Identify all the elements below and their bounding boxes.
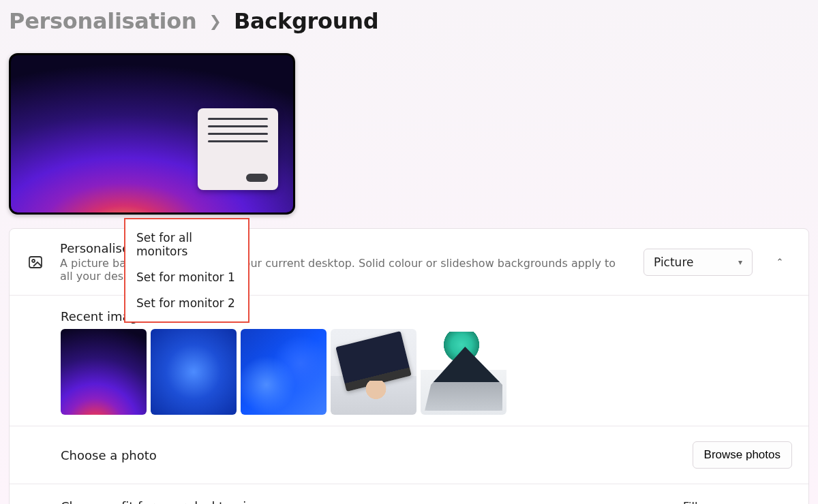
picture-icon bbox=[26, 254, 45, 270]
browse-photos-button[interactable]: Browse photos bbox=[693, 441, 792, 469]
background-type-select[interactable]: Picture ▾ bbox=[643, 249, 753, 276]
choose-photo-label: Choose a photo bbox=[61, 448, 157, 462]
context-menu-item-all-monitors[interactable]: Set for all monitors bbox=[127, 225, 247, 264]
choose-photo-row: Choose a photo Browse photos bbox=[10, 426, 808, 484]
svg-rect-0 bbox=[29, 257, 42, 268]
fit-select-value: Fill bbox=[683, 500, 697, 504]
context-menu-item-monitor-2[interactable]: Set for monitor 2 bbox=[127, 290, 247, 316]
chevron-right-icon: ❯ bbox=[209, 13, 221, 30]
choose-fit-label: Choose a fit for your desktop image bbox=[61, 499, 281, 504]
chevron-down-icon: ▾ bbox=[701, 500, 706, 504]
thumbnail-context-menu: Set for all monitors Set for monitor 1 S… bbox=[124, 218, 249, 323]
context-menu-item-monitor-1[interactable]: Set for monitor 1 bbox=[127, 264, 247, 290]
desktop-preview bbox=[9, 53, 295, 215]
background-type-value: Picture bbox=[654, 255, 693, 269]
recent-image-thumb[interactable] bbox=[151, 329, 237, 415]
svg-point-1 bbox=[32, 259, 35, 262]
recent-images-section: Recent images Choose a photo Browse phot… bbox=[10, 296, 808, 504]
breadcrumb-parent[interactable]: Personalisation bbox=[9, 8, 196, 34]
breadcrumb: Personalisation ❯ Background bbox=[9, 5, 809, 37]
preview-window-mockup bbox=[198, 108, 278, 190]
breadcrumb-current: Background bbox=[234, 8, 378, 34]
recent-image-thumb[interactable] bbox=[241, 329, 327, 415]
recent-image-thumb[interactable] bbox=[421, 329, 506, 415]
recent-image-thumb[interactable] bbox=[61, 329, 147, 415]
chevron-down-icon: ▾ bbox=[738, 257, 742, 267]
recent-image-thumb[interactable] bbox=[331, 329, 416, 415]
recent-images-thumbs bbox=[10, 329, 808, 426]
choose-fit-row: Choose a fit for your desktop image Fill… bbox=[10, 484, 808, 504]
fit-select[interactable]: Fill ▾ bbox=[683, 500, 792, 504]
collapse-toggle[interactable]: ⌃ bbox=[768, 250, 792, 274]
